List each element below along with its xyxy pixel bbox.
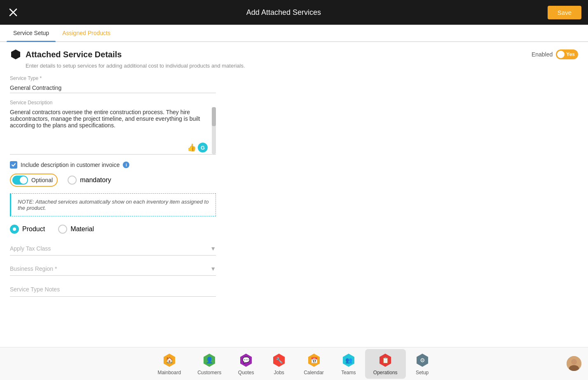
svg-text:⚙: ⚙ [419,357,425,364]
include-description-checkbox[interactable] [10,161,17,169]
section-title: Attached Service Details [26,50,122,59]
service-type-label: Service Type * [10,75,216,81]
nav-item-calendar[interactable]: 📅 Calendar [295,349,332,379]
jobs-icon: 🔧 [271,352,287,368]
product-radio [10,225,19,234]
service-description-group: Service Description General contractors … [10,100,216,155]
note-box: NOTE: Attached services automatically sh… [10,193,216,216]
enabled-label: Enabled [532,51,553,58]
bottom-nav: 🏠 Mainboard 👤 Customers 💬 Quotes [0,347,588,380]
thumbs-up-icon: 👍 [187,143,196,152]
enabled-toggle[interactable]: Yes [556,49,578,59]
mandatory-label: mandatory [80,176,111,184]
material-radio [58,225,67,234]
service-description-textarea[interactable]: General contractors oversee the entire c… [10,107,216,152]
nav-item-setup[interactable]: ⚙ Setup [406,349,439,379]
user-avatar[interactable] [567,356,581,371]
svg-text:🔧: 🔧 [276,357,283,364]
mainboard-icon: 🏠 [162,352,177,368]
header: Add Attached Services Save [0,0,588,25]
product-label: Product [22,225,45,233]
business-region-dropdown[interactable]: Business Region * ▼ [10,262,216,276]
optional-toggle[interactable]: Optional [10,174,58,187]
svg-text:🏠: 🏠 [165,357,173,364]
tab-service-setup[interactable]: Service Setup [7,25,56,41]
svg-text:📅: 📅 [310,357,318,364]
business-region-arrow-icon: ▼ [210,265,216,272]
service-type-input[interactable] [10,83,216,93]
include-description-row: Include description in customer invoice … [10,161,578,169]
include-description-label: Include description in customer invoice [21,162,119,168]
svg-marker-2 [11,49,20,59]
apply-tax-class-label: Apply Tax Class [10,245,210,252]
nav-item-teams[interactable]: 👥 Teams [332,349,365,379]
material-label: Material [70,225,94,233]
nav-item-operations[interactable]: 📋 Operations [365,349,406,379]
nav-label-mainboard: Mainboard [157,370,181,375]
svg-text:📋: 📋 [382,357,389,364]
hex-icon [10,49,21,60]
product-option[interactable]: Product [10,225,45,234]
nav-item-customers[interactable]: 👤 Customers [189,349,230,379]
textarea-icons: 👍 G [187,143,208,152]
setup-icon: ⚙ [415,352,430,368]
apply-tax-arrow-icon: ▼ [210,245,216,252]
optional-label: Optional [31,177,53,183]
textarea-wrapper: General contractors oversee the entire c… [10,107,216,155]
service-type-notes-label: Service Type Notes [10,286,60,293]
quotes-icon: 💬 [238,352,254,368]
calendar-icon: 📅 [306,352,322,368]
grammarly-icon: G [198,143,208,152]
section-title-row: Attached Service Details [10,49,122,60]
service-description-label: Service Description [10,100,216,106]
nav-label-setup: Setup [416,370,429,375]
optional-toggle-bg [12,176,28,185]
apply-tax-class-dropdown[interactable]: Apply Tax Class ▼ [10,242,216,256]
info-icon[interactable]: i [123,162,129,168]
nav-item-jobs[interactable]: 🔧 Jobs [262,349,295,379]
optional-mandatory-row: Optional mandatory [10,174,578,187]
nav-label-teams: Teams [341,370,356,375]
svg-text:💬: 💬 [242,357,250,364]
optional-toggle-circle [20,176,27,184]
nav-label-customers: Customers [197,370,221,375]
toggle-text: Yes [566,52,575,57]
nav-label-jobs: Jobs [274,370,284,375]
nav-label-quotes: Quotes [238,370,254,375]
service-type-group: Service Type * [10,75,216,93]
business-region-label: Business Region * [10,265,210,272]
svg-point-20 [571,359,577,365]
enabled-area: Enabled Yes [532,49,578,59]
textarea-scrollbar[interactable] [212,107,216,154]
nav-label-calendar: Calendar [304,370,324,375]
scrollbar-thumb [212,107,216,126]
operations-icon: 📋 [377,352,393,368]
section-subtitle: Enter details to setup services for addi… [26,63,578,69]
close-button[interactable] [7,6,20,19]
mandatory-option[interactable]: mandatory [68,176,111,185]
nav-item-quotes[interactable]: 💬 Quotes [230,349,262,379]
mandatory-radio [68,176,77,185]
toggle-circle [557,51,565,58]
section-header: Attached Service Details Enabled Yes [10,49,578,60]
tabs-bar: Service Setup Assigned Products [0,25,588,42]
main-content: Attached Service Details Enabled Yes Ent… [0,42,588,347]
service-type-notes-field[interactable]: Service Type Notes [10,282,216,297]
svg-text:👤: 👤 [206,357,213,364]
save-button[interactable]: Save [548,6,581,19]
tab-assigned-products[interactable]: Assigned Products [56,25,117,41]
nav-label-operations: Operations [373,370,398,375]
svg-text:👥: 👥 [345,357,352,364]
material-option[interactable]: Material [58,225,94,234]
page-title: Add Attached Services [246,8,321,17]
customers-icon: 👤 [201,352,217,368]
teams-icon: 👥 [341,352,356,368]
product-material-row: Product Material [10,225,578,234]
nav-item-mainboard[interactable]: 🏠 Mainboard [149,349,189,379]
note-text: NOTE: Attached services automatically sh… [18,199,209,211]
